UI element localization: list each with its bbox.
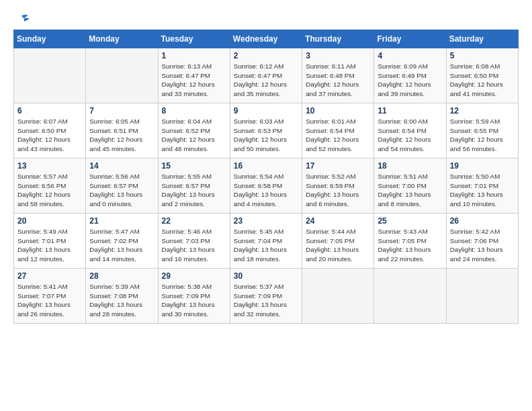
- day-info: Sunrise: 5:55 AMSunset: 6:57 PMDaylight:…: [162, 172, 226, 209]
- day-number: 30: [234, 271, 298, 281]
- weekday-tuesday: Tuesday: [158, 30, 230, 48]
- calendar-cell: 18Sunrise: 5:51 AMSunset: 7:00 PMDayligh…: [374, 158, 446, 214]
- calendar-cell: [86, 48, 158, 103]
- calendar-cell: 14Sunrise: 5:56 AMSunset: 6:57 PMDayligh…: [86, 158, 158, 214]
- day-number: 18: [378, 161, 442, 171]
- day-number: 7: [89, 106, 154, 116]
- day-info: Sunrise: 5:37 AMSunset: 7:09 PMDaylight:…: [234, 282, 298, 319]
- day-info: Sunrise: 5:43 AMSunset: 7:05 PMDaylight:…: [378, 227, 442, 264]
- calendar-cell: [374, 269, 446, 324]
- day-info: Sunrise: 6:03 AMSunset: 6:53 PMDaylight:…: [234, 117, 298, 154]
- weekday-monday: Monday: [86, 30, 158, 48]
- day-info: Sunrise: 6:05 AMSunset: 6:51 PMDaylight:…: [89, 117, 154, 154]
- day-info: Sunrise: 5:49 AMSunset: 7:01 PMDaylight:…: [17, 227, 82, 264]
- day-info: Sunrise: 5:56 AMSunset: 6:57 PMDaylight:…: [89, 172, 154, 209]
- day-info: Sunrise: 5:57 AMSunset: 6:56 PMDaylight:…: [17, 172, 82, 209]
- calendar-cell: 2Sunrise: 6:12 AMSunset: 6:47 PMDaylight…: [230, 48, 302, 103]
- calendar-cell: 7Sunrise: 6:05 AMSunset: 6:51 PMDaylight…: [86, 103, 158, 158]
- day-info: Sunrise: 5:45 AMSunset: 7:04 PMDaylight:…: [234, 227, 298, 264]
- calendar-cell: 24Sunrise: 5:44 AMSunset: 7:05 PMDayligh…: [302, 214, 374, 269]
- calendar-week-1: 1Sunrise: 6:13 AMSunset: 6:47 PMDaylight…: [14, 48, 519, 103]
- calendar-cell: 11Sunrise: 6:00 AMSunset: 6:54 PMDayligh…: [374, 103, 446, 158]
- day-info: Sunrise: 5:46 AMSunset: 7:03 PMDaylight:…: [162, 227, 226, 264]
- day-info: Sunrise: 6:11 AMSunset: 6:48 PMDaylight:…: [306, 62, 370, 99]
- logo: [13, 13, 30, 23]
- calendar-cell: [302, 269, 374, 324]
- day-number: 17: [306, 161, 370, 171]
- day-number: 22: [162, 216, 226, 226]
- calendar-cell: 28Sunrise: 5:39 AMSunset: 7:08 PMDayligh…: [86, 269, 158, 324]
- day-info: Sunrise: 5:47 AMSunset: 7:02 PMDaylight:…: [89, 227, 154, 264]
- day-number: 23: [234, 216, 298, 226]
- calendar-cell: 19Sunrise: 5:50 AMSunset: 7:01 PMDayligh…: [446, 158, 518, 214]
- day-number: 24: [306, 216, 370, 226]
- day-number: 29: [162, 271, 226, 281]
- calendar-cell: 1Sunrise: 6:13 AMSunset: 6:47 PMDaylight…: [158, 48, 230, 103]
- logo-bird-icon: [15, 13, 30, 26]
- day-number: 9: [234, 106, 298, 116]
- day-info: Sunrise: 5:39 AMSunset: 7:08 PMDaylight:…: [89, 282, 154, 319]
- day-number: 12: [450, 106, 515, 116]
- day-info: Sunrise: 6:08 AMSunset: 6:50 PMDaylight:…: [450, 62, 515, 99]
- day-number: 20: [17, 216, 82, 226]
- page-wrapper: SundayMondayTuesdayWednesdayThursdayFrid…: [13, 13, 519, 324]
- day-number: 21: [89, 216, 154, 226]
- day-number: 25: [378, 216, 442, 226]
- day-info: Sunrise: 6:04 AMSunset: 6:52 PMDaylight:…: [162, 117, 226, 154]
- calendar-cell: 16Sunrise: 5:54 AMSunset: 6:58 PMDayligh…: [230, 158, 302, 214]
- day-info: Sunrise: 5:42 AMSunset: 7:06 PMDaylight:…: [450, 227, 515, 264]
- day-number: 3: [306, 51, 370, 60]
- day-info: Sunrise: 5:50 AMSunset: 7:01 PMDaylight:…: [450, 172, 515, 209]
- day-number: 8: [162, 106, 226, 116]
- calendar-week-5: 27Sunrise: 5:41 AMSunset: 7:07 PMDayligh…: [14, 269, 519, 324]
- header: [13, 13, 519, 23]
- day-number: 11: [378, 106, 442, 116]
- calendar-cell: 9Sunrise: 6:03 AMSunset: 6:53 PMDaylight…: [230, 103, 302, 158]
- day-number: 27: [17, 271, 82, 281]
- weekday-saturday: Saturday: [446, 30, 518, 48]
- calendar-cell: 20Sunrise: 5:49 AMSunset: 7:01 PMDayligh…: [14, 214, 86, 269]
- calendar-cell: 12Sunrise: 5:59 AMSunset: 6:55 PMDayligh…: [446, 103, 518, 158]
- day-info: Sunrise: 5:51 AMSunset: 7:00 PMDaylight:…: [378, 172, 442, 209]
- day-info: Sunrise: 6:00 AMSunset: 6:54 PMDaylight:…: [378, 117, 442, 154]
- day-info: Sunrise: 6:01 AMSunset: 6:54 PMDaylight:…: [306, 117, 370, 154]
- calendar-cell: [446, 269, 518, 324]
- day-number: 1: [162, 51, 226, 60]
- calendar-cell: [14, 48, 86, 103]
- calendar-cell: 21Sunrise: 5:47 AMSunset: 7:02 PMDayligh…: [86, 214, 158, 269]
- day-number: 6: [17, 106, 82, 116]
- calendar-table: SundayMondayTuesdayWednesdayThursdayFrid…: [13, 30, 519, 324]
- day-info: Sunrise: 5:52 AMSunset: 6:59 PMDaylight:…: [306, 172, 370, 209]
- day-number: 26: [450, 216, 515, 226]
- calendar-week-3: 13Sunrise: 5:57 AMSunset: 6:56 PMDayligh…: [14, 158, 519, 214]
- day-info: Sunrise: 5:54 AMSunset: 6:58 PMDaylight:…: [234, 172, 298, 209]
- day-info: Sunrise: 6:09 AMSunset: 6:49 PMDaylight:…: [378, 62, 442, 99]
- calendar-cell: 15Sunrise: 5:55 AMSunset: 6:57 PMDayligh…: [158, 158, 230, 214]
- day-info: Sunrise: 5:44 AMSunset: 7:05 PMDaylight:…: [306, 227, 370, 264]
- calendar-cell: 6Sunrise: 6:07 AMSunset: 6:50 PMDaylight…: [14, 103, 86, 158]
- day-number: 15: [162, 161, 226, 171]
- calendar-cell: 17Sunrise: 5:52 AMSunset: 6:59 PMDayligh…: [302, 158, 374, 214]
- day-number: 28: [89, 271, 154, 281]
- day-info: Sunrise: 5:59 AMSunset: 6:55 PMDaylight:…: [450, 117, 515, 154]
- weekday-wednesday: Wednesday: [230, 30, 302, 48]
- day-number: 19: [450, 161, 515, 171]
- weekday-thursday: Thursday: [302, 30, 374, 48]
- calendar-cell: 8Sunrise: 6:04 AMSunset: 6:52 PMDaylight…: [158, 103, 230, 158]
- day-number: 13: [17, 161, 82, 171]
- day-info: Sunrise: 6:13 AMSunset: 6:47 PMDaylight:…: [162, 62, 226, 99]
- day-number: 16: [234, 161, 298, 171]
- weekday-header-row: SundayMondayTuesdayWednesdayThursdayFrid…: [14, 30, 519, 48]
- day-info: Sunrise: 6:12 AMSunset: 6:47 PMDaylight:…: [234, 62, 298, 99]
- calendar-week-4: 20Sunrise: 5:49 AMSunset: 7:01 PMDayligh…: [14, 214, 519, 269]
- calendar-cell: 30Sunrise: 5:37 AMSunset: 7:09 PMDayligh…: [230, 269, 302, 324]
- calendar-cell: 13Sunrise: 5:57 AMSunset: 6:56 PMDayligh…: [14, 158, 86, 214]
- calendar-cell: 29Sunrise: 5:38 AMSunset: 7:09 PMDayligh…: [158, 269, 230, 324]
- day-number: 5: [450, 51, 515, 60]
- day-info: Sunrise: 5:41 AMSunset: 7:07 PMDaylight:…: [17, 282, 82, 319]
- day-number: 2: [234, 51, 298, 60]
- day-info: Sunrise: 5:38 AMSunset: 7:09 PMDaylight:…: [162, 282, 226, 319]
- weekday-friday: Friday: [374, 30, 446, 48]
- weekday-sunday: Sunday: [14, 30, 86, 48]
- calendar-cell: 5Sunrise: 6:08 AMSunset: 6:50 PMDaylight…: [446, 48, 518, 103]
